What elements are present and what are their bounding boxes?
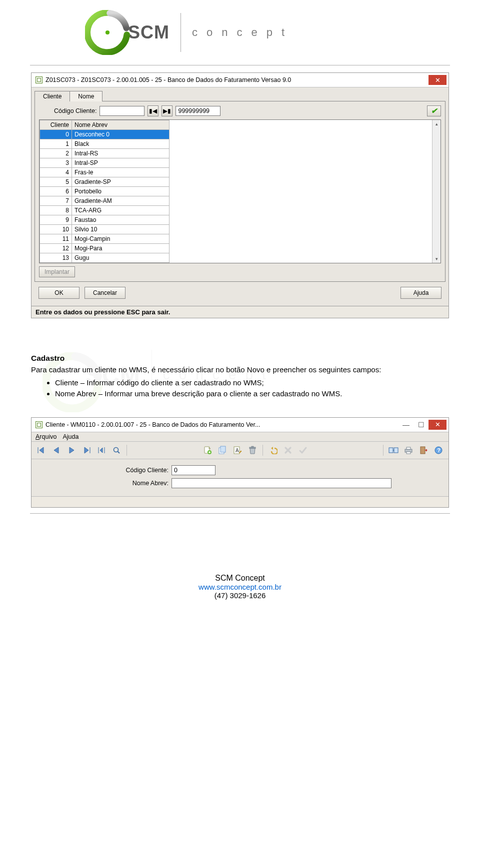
- goto-input[interactable]: [176, 106, 220, 116]
- first-icon: ▮◀: [149, 107, 157, 114]
- first-button[interactable]: ▮◀: [148, 105, 158, 116]
- window-title: Cliente - WM0110 - 2.00.01.007 - 25 - Ba…: [46, 421, 260, 428]
- table-row[interactable]: 12Mogi-Para: [40, 244, 170, 253]
- cell-nome: Desconhec 0: [72, 130, 170, 139]
- table-row[interactable]: 3Intral-SP: [40, 158, 170, 168]
- table-row[interactable]: 8TCA-ARG: [40, 206, 170, 215]
- col-cliente[interactable]: Cliente: [40, 120, 72, 130]
- new-icon: [203, 446, 212, 455]
- toolbar-separator: [262, 445, 263, 456]
- cell-nome: TCA-ARG: [72, 206, 170, 215]
- codigo-input[interactable]: [100, 106, 144, 116]
- footer-phone: (47) 3029-1626: [0, 591, 480, 600]
- footer-link[interactable]: www.scmconcept.com.br: [198, 583, 282, 591]
- codigo-label: Código Cliente:: [54, 107, 96, 114]
- last-button[interactable]: ▶▮: [162, 105, 172, 116]
- last-icon: [82, 446, 91, 454]
- implantar-button[interactable]: Implantar: [39, 266, 75, 277]
- help-toolbar-button[interactable]: ?: [432, 444, 446, 457]
- cell-nome: Gradiente-AM: [72, 196, 170, 206]
- toolbar: A: [32, 442, 448, 459]
- first-icon: [37, 446, 46, 454]
- last-record-button[interactable]: [80, 444, 94, 457]
- page-header: SCM concept: [0, 0, 480, 65]
- scroll-down-icon[interactable]: ▾: [432, 255, 440, 263]
- footer-name: SCM Concept: [0, 574, 480, 583]
- bullet-list: Cliente – Informar código do cliente a s…: [31, 378, 449, 399]
- svg-point-0: [106, 30, 110, 34]
- codigo-input[interactable]: [172, 465, 216, 475]
- exit-button[interactable]: [416, 444, 430, 457]
- table-row[interactable]: 0Desconhec 0: [40, 130, 170, 139]
- table-row[interactable]: 9Faustao: [40, 215, 170, 225]
- cancel-edit-button[interactable]: [281, 444, 295, 457]
- help-button[interactable]: Ajuda: [400, 287, 442, 299]
- next-record-button[interactable]: [64, 444, 78, 457]
- print-button[interactable]: [402, 444, 416, 457]
- tab-cliente[interactable]: Cliente: [34, 91, 70, 101]
- scroll-up-icon[interactable]: ▴: [432, 120, 440, 128]
- prev-record-button[interactable]: [50, 444, 64, 457]
- cell-cliente: 13: [40, 253, 72, 263]
- svg-point-1: [114, 447, 118, 452]
- cell-cliente: 5: [40, 177, 72, 187]
- undo-icon: [268, 446, 278, 454]
- table-row[interactable]: 5Gradiente-SP: [40, 177, 170, 187]
- cell-cliente: 10: [40, 225, 72, 234]
- help-icon: ?: [434, 446, 442, 454]
- cell-nome: Mogi-Para: [72, 244, 170, 253]
- minimize-button[interactable]: —: [398, 420, 414, 430]
- col-nome[interactable]: Nome Abrev: [72, 120, 170, 130]
- related-icon: [388, 446, 398, 454]
- table-row[interactable]: 11Mogi-Campin: [40, 234, 170, 244]
- tab-nome[interactable]: Nome: [70, 91, 102, 101]
- tab-panel: Código Cliente: ▮◀ ▶▮ ✔: [34, 101, 446, 282]
- maximize-button[interactable]: ☐: [414, 420, 428, 430]
- menu-arquivo[interactable]: Arquivo: [36, 433, 56, 440]
- edit-button[interactable]: A: [230, 444, 244, 457]
- section-heading: Cadastro: [31, 353, 449, 364]
- filter-row: Código Cliente: ▮◀ ▶▮ ✔: [39, 105, 441, 116]
- table-row[interactable]: 1Black: [40, 139, 170, 149]
- cancel-button[interactable]: Cancelar: [84, 287, 126, 299]
- exit-icon: [420, 446, 428, 455]
- confirm-button[interactable]: ✔: [427, 105, 441, 116]
- save-button[interactable]: [296, 444, 310, 457]
- check-icon: ✔: [431, 106, 438, 115]
- table-row[interactable]: 2Intral-RS: [40, 149, 170, 158]
- close-icon: ✕: [435, 77, 440, 83]
- bullet-item: Cliente – Informar código do cliente a s…: [55, 378, 449, 388]
- svg-rect-12: [394, 448, 398, 453]
- logo-tagline: concept: [192, 26, 294, 39]
- copy-button[interactable]: [216, 444, 230, 457]
- table-row[interactable]: 7Gradiente-AM: [40, 196, 170, 206]
- cliente-grid[interactable]: Cliente Nome Abrev 0Desconhec 01Black2In…: [39, 119, 441, 263]
- svg-text:?: ?: [437, 447, 440, 453]
- search-icon: [112, 446, 120, 454]
- search-button[interactable]: [110, 444, 124, 457]
- grid-scrollbar[interactable]: ▴ ▾: [432, 120, 440, 263]
- close-button[interactable]: ✕: [428, 420, 446, 430]
- table-row[interactable]: 4Fras-le: [40, 168, 170, 177]
- related-button[interactable]: [386, 444, 400, 457]
- table-row[interactable]: 13Gugu: [40, 253, 170, 263]
- table-row[interactable]: 6Portobello: [40, 187, 170, 196]
- table-row[interactable]: 10Silvio 10: [40, 225, 170, 234]
- menu-ajuda[interactable]: Ajuda: [62, 433, 78, 440]
- cell-nome: Faustao: [72, 215, 170, 225]
- ok-button[interactable]: OK: [38, 287, 80, 299]
- close-button[interactable]: ✕: [428, 75, 446, 85]
- first-record-button[interactable]: [34, 444, 48, 457]
- nome-input[interactable]: [172, 478, 392, 488]
- cell-cliente: 0: [40, 130, 72, 139]
- window-title: Z01SC073 - Z01SC073 - 2.00.01.005 - 25 -…: [46, 76, 291, 83]
- undo-button[interactable]: [266, 444, 280, 457]
- delete-button[interactable]: [246, 444, 260, 457]
- goto-button[interactable]: [94, 444, 108, 457]
- new-button[interactable]: [200, 444, 214, 457]
- print-icon: [404, 446, 413, 454]
- dialog-buttons: OK Cancelar Ajuda: [34, 282, 446, 302]
- cell-nome: Silvio 10: [72, 225, 170, 234]
- cell-nome: Gugu: [72, 253, 170, 263]
- svg-text:A: A: [236, 448, 239, 453]
